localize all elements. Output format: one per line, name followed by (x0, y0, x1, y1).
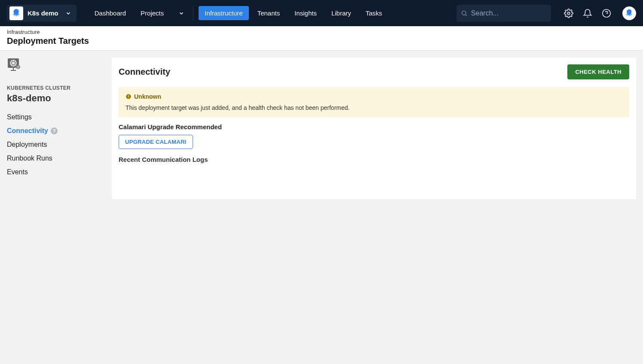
cluster-name: k8s-demo (7, 93, 105, 104)
svg-line-1 (465, 15, 467, 16)
nav-separator (193, 6, 193, 21)
svg-point-0 (462, 11, 466, 15)
sidebar-runbook-runs[interactable]: Runbook Runs (7, 155, 105, 162)
notifications-bell-icon[interactable] (583, 9, 592, 18)
cluster-type-label: KUBERNETES CLUSTER (7, 85, 105, 91)
calamari-heading: Calamari Upgrade Recommended (119, 123, 629, 130)
top-navbar: K8s demo Dashboard Projects Infrastructu… (0, 0, 643, 26)
primary-nav: Dashboard Projects Infrastructure Tenant… (89, 6, 388, 21)
sidebar-item-label: Connectivity (7, 127, 48, 135)
kubernetes-target-icon: ? (7, 58, 22, 73)
search-icon (461, 9, 468, 17)
alert-message: This deployment target was just added, a… (126, 104, 622, 111)
svg-rect-17 (128, 97, 129, 98)
nav-infrastructure[interactable]: Infrastructure (199, 6, 248, 20)
settings-gear-icon[interactable] (564, 9, 573, 18)
svg-rect-16 (128, 95, 129, 97)
page-title: Deployment Targets (7, 36, 636, 46)
search-input[interactable] (471, 9, 547, 17)
nav-projects-chevron[interactable] (172, 7, 188, 20)
page-header: Infrastructure Deployment Targets (0, 26, 643, 51)
chevron-down-icon (65, 10, 71, 16)
logs-heading: Recent Communication Logs (119, 156, 629, 163)
sidebar-nav: Settings Connectivity ? Deployments Runb… (7, 113, 105, 176)
nav-dashboard[interactable]: Dashboard (89, 6, 132, 20)
svg-text:?: ? (17, 66, 19, 69)
octopus-logo-icon (9, 6, 23, 20)
sidebar-connectivity[interactable]: Connectivity ? (7, 127, 105, 135)
upgrade-calamari-button[interactable]: UPGRADE CALAMARI (119, 135, 193, 149)
main-title: Connectivity (119, 67, 170, 77)
help-badge-icon[interactable]: ? (51, 127, 58, 134)
sidebar: ? KUBERNETES CLUSTER k8s-demo Settings C… (0, 51, 112, 183)
chevron-down-icon (178, 10, 184, 16)
main-panel: Connectivity CHECK HEALTH Unknown This d… (112, 58, 636, 199)
breadcrumb[interactable]: Infrastructure (7, 29, 636, 35)
nav-insights[interactable]: Insights (288, 6, 323, 20)
space-switcher[interactable]: K8s demo (7, 5, 77, 22)
nav-tasks[interactable]: Tasks (360, 6, 388, 20)
nav-tenants[interactable]: Tenants (251, 6, 286, 20)
sidebar-settings[interactable]: Settings (7, 113, 105, 121)
sidebar-events[interactable]: Events (7, 168, 105, 176)
search-box[interactable] (456, 5, 551, 22)
check-health-button[interactable]: CHECK HEALTH (567, 64, 629, 79)
user-avatar[interactable] (622, 6, 636, 20)
sidebar-deployments[interactable]: Deployments (7, 141, 105, 149)
help-icon[interactable] (602, 9, 611, 18)
svg-point-2 (567, 12, 570, 15)
health-alert: Unknown This deployment target was just … (119, 87, 629, 117)
nav-library[interactable]: Library (325, 6, 357, 20)
alert-status: Unknown (134, 93, 161, 100)
navbar-icons (564, 6, 636, 20)
space-name: K8s demo (28, 9, 58, 17)
nav-projects[interactable]: Projects (135, 6, 170, 20)
warning-icon (126, 94, 132, 100)
